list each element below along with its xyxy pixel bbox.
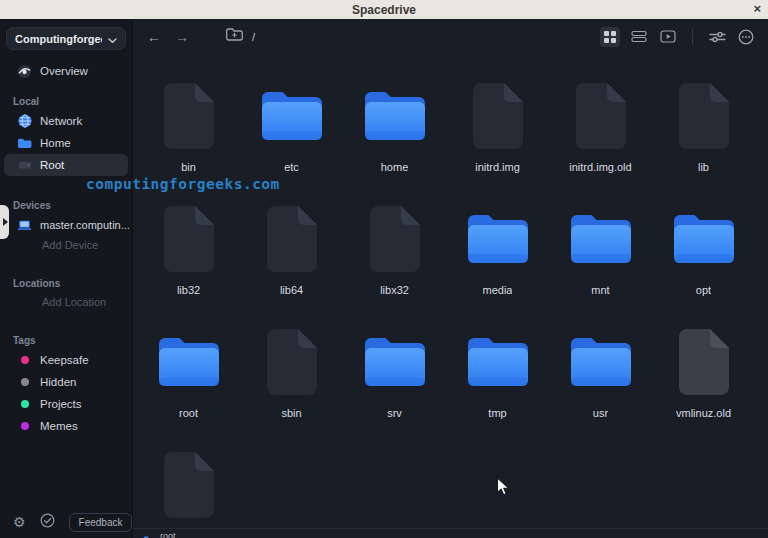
settings-gear-icon[interactable]: ⚙: [13, 515, 26, 529]
item-name: media: [483, 284, 513, 296]
file-icon: [163, 197, 215, 281]
item-name: sbin: [281, 407, 301, 419]
sidebar-item-label: Overview: [40, 65, 88, 77]
sidebar-item-projects[interactable]: Projects: [4, 393, 128, 415]
file-icon: [678, 74, 730, 158]
tag-dot-icon: [17, 419, 32, 434]
spacedrive-window: Spacedrive × Computingforgeeks Overview …: [0, 0, 768, 538]
sidebar: Computingforgeeks Overview Local Network…: [0, 19, 133, 538]
spacedrive-logo-icon: [17, 64, 32, 79]
status-location: root: [160, 531, 176, 538]
folder-item[interactable]: usr: [549, 320, 652, 443]
folder-icon: [143, 531, 155, 538]
current-path[interactable]: /: [252, 31, 255, 43]
back-button[interactable]: ←: [147, 29, 161, 45]
globe-icon: [17, 114, 32, 129]
chevron-down-icon: [108, 30, 117, 48]
sidebar-item-memes[interactable]: Memes: [4, 415, 128, 437]
sidebar-item-hidden[interactable]: Hidden: [4, 371, 128, 393]
close-window-button[interactable]: ×: [753, 0, 761, 19]
sidebar-item-master-computin-[interactable]: master.computin...: [4, 214, 128, 236]
folder-icon: [568, 320, 634, 404]
item-name: lib: [698, 161, 709, 173]
folder-icon: [465, 197, 531, 281]
more-options-button[interactable]: [736, 27, 756, 47]
sidebar-item-root[interactable]: Root: [4, 154, 128, 176]
folder-item[interactable]: media: [446, 197, 549, 320]
folder-item[interactable]: root: [137, 320, 240, 443]
item-name: initrd.img.old: [569, 161, 631, 173]
drive-icon: [17, 158, 32, 173]
list-view-button[interactable]: [629, 27, 649, 47]
add-location-button[interactable]: Add Location: [0, 293, 132, 311]
file-item[interactable]: [137, 443, 240, 538]
folder-item[interactable]: opt: [652, 197, 755, 320]
folder-icon: [17, 136, 32, 151]
file-item[interactable]: lib: [652, 74, 755, 197]
item-name: srv: [387, 407, 402, 419]
toolbar-separator: [692, 29, 693, 45]
item-name: mnt: [591, 284, 609, 296]
file-item[interactable]: vmlinuz.old: [652, 320, 755, 443]
laptop-icon: [17, 218, 32, 233]
sidebar-item-overview[interactable]: Overview: [4, 60, 128, 82]
toolbar: ← → /: [133, 19, 768, 54]
item-name: libx32: [380, 284, 409, 296]
file-item[interactable]: initrd.img: [446, 74, 549, 197]
right-arrow-icon: [3, 218, 8, 226]
item-name: vmlinuz.old: [676, 407, 731, 419]
media-view-button[interactable]: [658, 27, 678, 47]
folder-item[interactable]: home: [343, 74, 446, 197]
folder-icon: [362, 320, 428, 404]
section-title-local: Local: [13, 96, 132, 107]
library-selector[interactable]: Computingforgeeks: [6, 27, 126, 50]
item-name: root: [179, 407, 198, 419]
job-check-icon[interactable]: [40, 513, 55, 532]
sidebar-footer: ⚙ Feedback: [0, 510, 132, 534]
file-item[interactable]: sbin: [240, 320, 343, 443]
file-icon: [369, 197, 421, 281]
item-name: lib32: [177, 284, 200, 296]
feedback-button[interactable]: Feedback: [69, 513, 133, 532]
file-item[interactable]: initrd.img.old: [549, 74, 652, 197]
mouse-cursor: [496, 477, 510, 501]
file-icon: [575, 74, 627, 158]
sidebar-item-label: master.computin...: [40, 219, 130, 231]
grid-view-button[interactable]: [600, 27, 620, 47]
item-name: bin: [181, 161, 196, 173]
forward-button[interactable]: →: [175, 29, 189, 45]
tag-dot-icon: [17, 353, 32, 368]
sidebar-item-keepsafe[interactable]: Keepsafe: [4, 349, 128, 371]
folder-icon: [362, 74, 428, 158]
item-name: initrd.img: [475, 161, 520, 173]
item-name: etc: [284, 161, 299, 173]
sidebar-item-label: Root: [40, 159, 64, 171]
file-icon: [472, 74, 524, 158]
folder-item[interactable]: mnt: [549, 197, 652, 320]
new-tab-folder-icon[interactable]: [225, 27, 244, 46]
file-item[interactable]: lib32: [137, 197, 240, 320]
add-device-button[interactable]: Add Device: [0, 236, 132, 254]
sidebar-item-label: Projects: [40, 398, 82, 410]
file-item[interactable]: libx32: [343, 197, 446, 320]
folder-icon: [671, 197, 737, 281]
status-path-bar: root: [133, 528, 768, 538]
file-icon: [266, 320, 318, 404]
file-grid: binetchomeinitrd.imginitrd.img.oldliblib…: [133, 54, 768, 538]
folder-item[interactable]: srv: [343, 320, 446, 443]
item-name: home: [381, 161, 409, 173]
sidebar-item-home[interactable]: Home: [4, 132, 128, 154]
folder-item[interactable]: tmp: [446, 320, 549, 443]
file-item[interactable]: lib64: [240, 197, 343, 320]
filter-sliders-icon[interactable]: [707, 27, 727, 47]
sidebar-expand-handle[interactable]: [0, 205, 9, 239]
item-name: lib64: [280, 284, 303, 296]
file-icon: [163, 443, 215, 527]
folder-icon: [465, 320, 531, 404]
library-name: Computingforgeeks: [15, 33, 102, 45]
sidebar-item-network[interactable]: Network: [4, 110, 128, 132]
item-name: usr: [593, 407, 608, 419]
file-icon: [163, 74, 215, 158]
folder-icon: [259, 74, 325, 158]
tag-dot-icon: [17, 397, 32, 412]
